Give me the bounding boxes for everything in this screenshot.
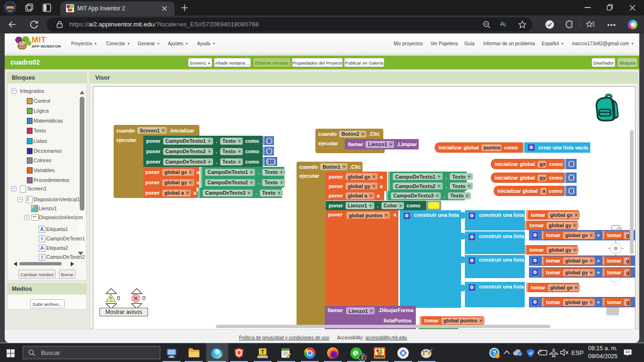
svg-text:T: T [261, 349, 264, 355]
